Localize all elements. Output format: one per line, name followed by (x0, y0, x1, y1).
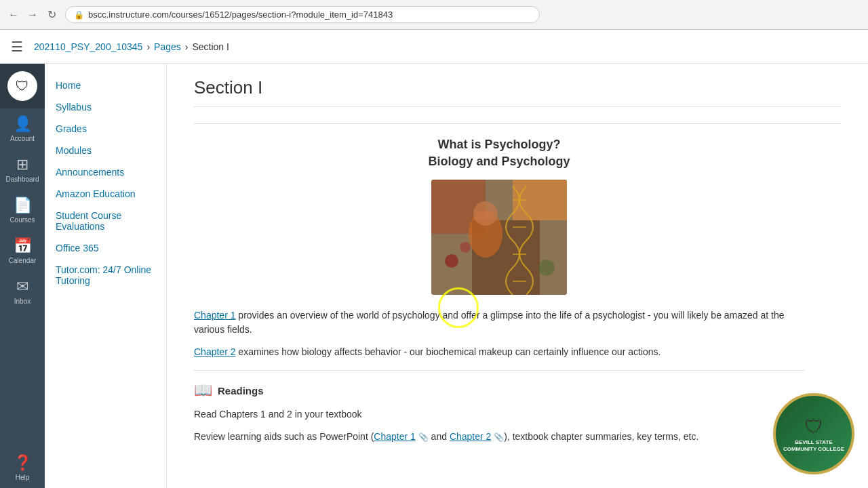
course-nav-office365[interactable]: Office 365 (45, 237, 166, 259)
page-title: Section I (194, 77, 841, 107)
read-textbook-para: Read Chapters 1 and 2 in your textbook (194, 407, 804, 422)
course-nav-modules[interactable]: Modules (45, 140, 166, 161)
dashboard-icon: ⊞ (16, 156, 28, 174)
chapter2-link[interactable]: Chapter 2 (194, 346, 235, 357)
course-nav-home[interactable]: Home (45, 75, 166, 96)
review-chapter2-link[interactable]: Chapter 2 (450, 431, 491, 442)
chapter2-para: Chapter 2 examines how biology affects b… (194, 345, 804, 359)
content-heading2: Biology and Psychology (194, 155, 804, 169)
inbox-label: Inbox (14, 298, 31, 305)
breadcrumb-sep1: › (146, 41, 150, 52)
course-nav-student-eval[interactable]: Student Course Evaluations (45, 205, 166, 237)
svg-point-11 (460, 242, 471, 253)
review-chapter1-link[interactable]: Chapter 1 (374, 431, 415, 442)
svg-point-12 (538, 260, 555, 276)
content-heading1: What is Psychology? (194, 138, 804, 152)
courses-label: Courses (9, 216, 35, 224)
global-nav: 🛡 👤 Account ⊞ Dashboard 📄 Courses 📅 Cale… (0, 64, 45, 488)
breadcrumb-course[interactable]: 202110_PSY_200_10345 (34, 41, 142, 52)
lock-icon: 🔒 (74, 10, 84, 20)
course-nav-syllabus[interactable]: Syllabus (45, 96, 166, 118)
readings-header: 📖 Readings (194, 370, 804, 399)
reload-button[interactable]: ↻ (43, 7, 60, 23)
breadcrumb: 202110_PSY_200_10345 › Pages › Section I (34, 41, 229, 52)
account-label: Account (10, 135, 35, 142)
inbox-icon: ✉ (16, 278, 28, 296)
logo-emblem: 🛡 (16, 79, 29, 94)
top-toolbar: ☰ 202110_PSY_200_10345 › Pages › Section… (0, 30, 868, 64)
nav-calendar[interactable]: 📅 Calendar (0, 230, 45, 271)
psychology-art-image (431, 180, 567, 295)
course-nav-amazon[interactable]: Amazon Education (45, 183, 166, 205)
readings-label: Readings (218, 385, 264, 396)
nav-buttons: ← → ↻ (5, 7, 60, 23)
bevill-name: BEVILL STATE (795, 439, 833, 446)
chapter1-link[interactable]: Chapter 1 (194, 310, 235, 321)
account-icon: 👤 (14, 115, 32, 133)
image-wrapper (194, 180, 804, 295)
dashboard-label: Dashboard (6, 176, 39, 183)
art-svg (431, 180, 567, 295)
courses-icon: 📄 (14, 197, 32, 214)
chapter1-para: Chapter 1 provides an overview of the wo… (194, 308, 804, 337)
address-bar[interactable]: 🔒 bscc.instructure.com/courses/16512/pag… (65, 6, 540, 23)
main-layout: 🛡 👤 Account ⊞ Dashboard 📄 Courses 📅 Cale… (0, 64, 868, 488)
calendar-label: Calendar (9, 257, 37, 264)
svg-point-9 (473, 201, 498, 226)
svg-point-10 (445, 254, 458, 268)
chapter2-text: examines how biology affects behavior - … (235, 346, 660, 357)
divider (194, 123, 841, 124)
forward-button[interactable]: → (24, 7, 41, 23)
nav-help[interactable]: ❓ Help (0, 447, 45, 488)
bevill-state-logo: 🛡 BEVILL STATE COMMUNITY COLLEGE (773, 393, 854, 474)
bevill-subtitle: COMMUNITY COLLEGE (783, 446, 844, 453)
breadcrumb-sep2: › (185, 41, 189, 52)
breadcrumb-pages[interactable]: Pages (154, 41, 181, 52)
main-content: Section I What is Psychology? Biology an… (167, 64, 868, 488)
breadcrumb-current: Section I (192, 41, 229, 52)
review-text-end: ), textbook chapter summaries, key terms… (504, 431, 698, 442)
file-icon-1: 📎 (418, 432, 429, 442)
course-nav-tutor[interactable]: Tutor.com: 24/7 Online Tutoring (45, 259, 166, 291)
content-section: What is Psychology? Biology and Psycholo… (194, 138, 804, 444)
nav-account[interactable]: 👤 Account (0, 108, 45, 149)
nav-courses[interactable]: 📄 Courses (0, 190, 45, 230)
readings-book-icon: 📖 (194, 382, 212, 399)
browser-chrome: ← → ↻ 🔒 bscc.instructure.com/courses/165… (0, 0, 868, 30)
help-label: Help (16, 474, 30, 481)
bevill-emblem-icon: 🛡 (804, 415, 823, 438)
review-text-start: Review learning aids such as PowerPoint … (194, 431, 374, 442)
address-text: bscc.instructure.com/courses/16512/pages… (88, 9, 393, 20)
help-icon: ❓ (14, 454, 32, 472)
hamburger-menu[interactable]: ☰ (11, 39, 23, 55)
bevill-circle: 🛡 BEVILL STATE COMMUNITY COLLEGE (773, 393, 854, 474)
nav-dashboard[interactable]: ⊞ Dashboard (0, 149, 45, 190)
course-nav-grades[interactable]: Grades (45, 118, 166, 140)
back-button[interactable]: ← (5, 7, 22, 23)
nav-inbox[interactable]: ✉ Inbox (0, 271, 45, 312)
review-and: and (429, 431, 450, 442)
course-nav: Home Syllabus Grades Modules Announcemen… (45, 64, 167, 488)
calendar-icon: 📅 (14, 237, 32, 255)
school-logo[interactable]: 🛡 (0, 64, 45, 108)
file-icon-2: 📎 (494, 432, 504, 442)
course-nav-announcements[interactable]: Announcements (45, 161, 166, 183)
chapter1-text: provides an overview of the world of psy… (194, 310, 785, 335)
review-para: Review learning aids such as PowerPoint … (194, 430, 804, 444)
